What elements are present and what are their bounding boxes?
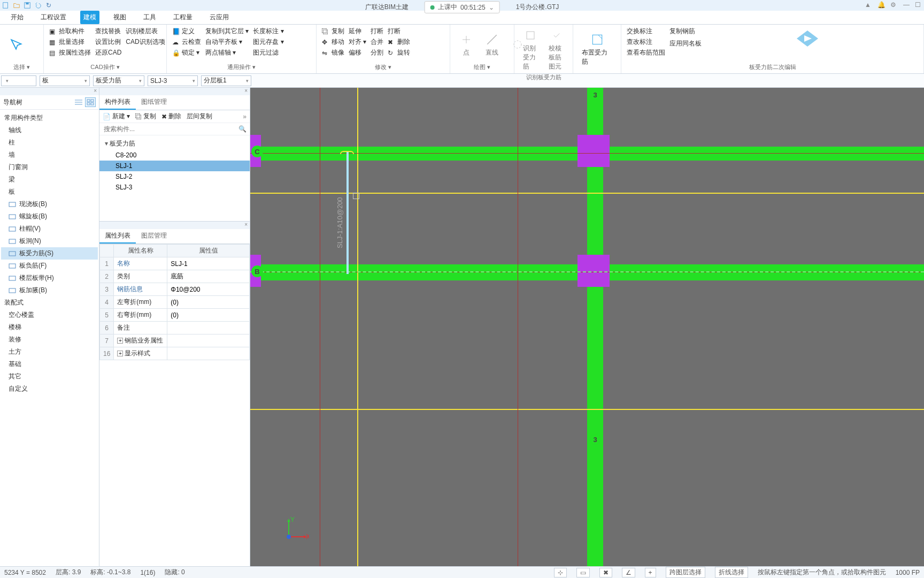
- prop-value[interactable]: 底筋: [167, 270, 250, 283]
- selector-layer[interactable]: 分层板1: [201, 75, 251, 86]
- view-list-icon[interactable]: [73, 97, 84, 107]
- delete-component-button[interactable]: ✖删除: [161, 112, 181, 121]
- prop-value[interactable]: (0): [167, 309, 250, 322]
- cross-layer-button[interactable]: 跨图层选择: [666, 567, 705, 578]
- menu-start[interactable]: 开始: [7, 11, 27, 24]
- nav-board-item[interactable]: 板受力筋(S): [1, 247, 98, 260]
- nav-item-column[interactable]: 柱: [1, 136, 98, 149]
- expand-icon[interactable]: +: [117, 338, 123, 344]
- delete-button[interactable]: ✖删除: [388, 37, 410, 47]
- prop-row[interactable]: 7+钢筋业务属性: [100, 334, 250, 347]
- break-button[interactable]: 打断: [388, 27, 410, 36]
- swap-annotation-button[interactable]: 交换标注: [627, 27, 665, 36]
- recording-badge[interactable]: 上课中 00:51:25 ⌄: [425, 1, 500, 13]
- prop-row[interactable]: 3钢筋信息Φ10@200: [100, 283, 250, 296]
- nav-group-prefab[interactable]: 装配式: [1, 296, 98, 309]
- pick-component-button[interactable]: ▣拾取构件: [49, 27, 91, 36]
- prop-value[interactable]: [167, 334, 250, 347]
- new-component-button[interactable]: 📄新建 ▾: [103, 112, 130, 121]
- gear-icon[interactable]: ⚙: [890, 1, 898, 9]
- selector-1[interactable]: [1, 75, 36, 86]
- copy-button[interactable]: ⿻复制: [322, 27, 344, 36]
- prop-row[interactable]: 16+显示样式: [100, 347, 250, 360]
- move-button[interactable]: ✥移动: [322, 37, 344, 47]
- nav-board-item[interactable]: 螺旋板(B): [1, 210, 98, 223]
- nav-item-wall[interactable]: 墙: [1, 149, 98, 161]
- prop-value[interactable]: [167, 347, 250, 360]
- image-save-button[interactable]: 图元存盘 ▾: [253, 37, 283, 47]
- new-icon[interactable]: [2, 2, 10, 9]
- select-mode-button[interactable]: [5, 27, 27, 62]
- nav-board-item[interactable]: 板洞(N): [1, 235, 98, 247]
- mirror-button[interactable]: ⇋镜像: [322, 48, 344, 57]
- selector-type[interactable]: 板受力筋: [93, 75, 144, 86]
- menu-model[interactable]: 建模: [80, 11, 99, 24]
- sb-tool2-icon[interactable]: ▭: [576, 568, 590, 577]
- sb-tool3-icon[interactable]: ✖: [599, 568, 612, 577]
- nav-item[interactable]: 自定义: [1, 383, 98, 395]
- nav-item-slab[interactable]: 板: [1, 186, 98, 198]
- maximize-icon[interactable]: ☐: [915, 1, 921, 9]
- length-dim-button[interactable]: 长度标注 ▾: [253, 27, 283, 36]
- image-filter-button[interactable]: 图元过滤: [253, 48, 283, 57]
- two-point-axis-button[interactable]: 两点辅轴 ▾: [205, 48, 249, 57]
- rotate-button[interactable]: ↻旋转: [388, 48, 410, 57]
- nav-board-item[interactable]: 现浇板(B): [1, 198, 98, 210]
- prop-value[interactable]: [167, 322, 250, 334]
- sb-tool1-icon[interactable]: ⊹: [554, 568, 567, 577]
- nav-board-item[interactable]: 板负筋(F): [1, 260, 98, 272]
- polyline-select-button[interactable]: 折线选择: [715, 567, 748, 578]
- component-item[interactable]: SLJ-2: [99, 171, 250, 182]
- undo-icon[interactable]: [34, 2, 42, 9]
- nav-item[interactable]: 装修: [1, 333, 98, 346]
- tab-layers[interactable]: 图层管理: [136, 229, 172, 244]
- search-icon[interactable]: 🔍: [238, 125, 247, 133]
- prop-close-icon[interactable]: ×: [99, 222, 250, 229]
- menu-tool[interactable]: 工具: [140, 11, 159, 24]
- tab-drawing-mgmt[interactable]: 图纸管理: [136, 95, 172, 110]
- apply-same-button[interactable]: 应用同名板: [669, 39, 702, 48]
- expand-icon[interactable]: +: [117, 351, 123, 356]
- prop-row[interactable]: 5右弯折(mm)(0): [100, 309, 250, 322]
- redo-icon[interactable]: ↻: [45, 2, 52, 9]
- component-item[interactable]: SLJ-3: [99, 182, 250, 193]
- selector-component[interactable]: SLJ-3: [148, 75, 198, 86]
- search-input[interactable]: [99, 123, 250, 135]
- menu-project[interactable]: 工程设置: [37, 11, 70, 24]
- auto-align-button[interactable]: 自动平齐板 ▾: [205, 37, 249, 47]
- selector-category[interactable]: 板: [40, 75, 90, 86]
- nav-item[interactable]: 空心楼盖: [1, 309, 98, 321]
- nav-item-beam[interactable]: 梁: [1, 173, 98, 186]
- nav-item-axis[interactable]: 轴线: [1, 124, 98, 136]
- component-item[interactable]: C8-200: [99, 150, 250, 161]
- menu-quantity[interactable]: 工程量: [170, 11, 196, 24]
- nav-board-item[interactable]: 柱帽(V): [1, 223, 98, 235]
- video-play-overlay[interactable]: [791, 28, 823, 51]
- prop-value[interactable]: SLJ-1: [167, 257, 250, 270]
- prop-row[interactable]: 6备注: [100, 322, 250, 334]
- nav-board-item[interactable]: 楼层板带(H): [1, 272, 98, 284]
- nav-item-opening[interactable]: 门窗洞: [1, 161, 98, 173]
- component-item[interactable]: SLJ-1: [99, 161, 250, 171]
- more-icon[interactable]: »: [243, 113, 247, 120]
- define-button[interactable]: 📘定义: [172, 27, 201, 36]
- tab-props[interactable]: 属性列表: [99, 229, 136, 244]
- nav-group-common[interactable]: 常用构件类型: [1, 112, 98, 124]
- copy-rebar-button[interactable]: 复制钢筋: [669, 27, 702, 36]
- prop-row[interactable]: 2类别底筋: [100, 270, 250, 283]
- cad-options-button[interactable]: CAD识别选项: [126, 37, 165, 47]
- nav-item[interactable]: 土方: [1, 346, 98, 358]
- clist-category[interactable]: 板受力筋: [99, 138, 250, 150]
- prop-value[interactable]: Φ10@200: [167, 283, 250, 296]
- sb-tool5-icon[interactable]: +: [645, 568, 656, 577]
- layout-rebar-button[interactable]: 布置受力筋: [579, 27, 615, 71]
- save-icon[interactable]: [24, 2, 31, 9]
- view-grid-icon[interactable]: [85, 97, 96, 107]
- nav-board-item[interactable]: 板加腋(B): [1, 284, 98, 296]
- nav-close-icon[interactable]: ×: [0, 88, 99, 95]
- prop-row[interactable]: 4左弯折(mm)(0): [100, 296, 250, 309]
- complist-close-icon[interactable]: ×: [99, 88, 250, 95]
- nav-item[interactable]: 基础: [1, 358, 98, 370]
- offset-button[interactable]: 偏移: [349, 48, 366, 57]
- drawing-canvas[interactable]: SLJ-1:A10@200 C B 3 3 YX: [250, 88, 924, 566]
